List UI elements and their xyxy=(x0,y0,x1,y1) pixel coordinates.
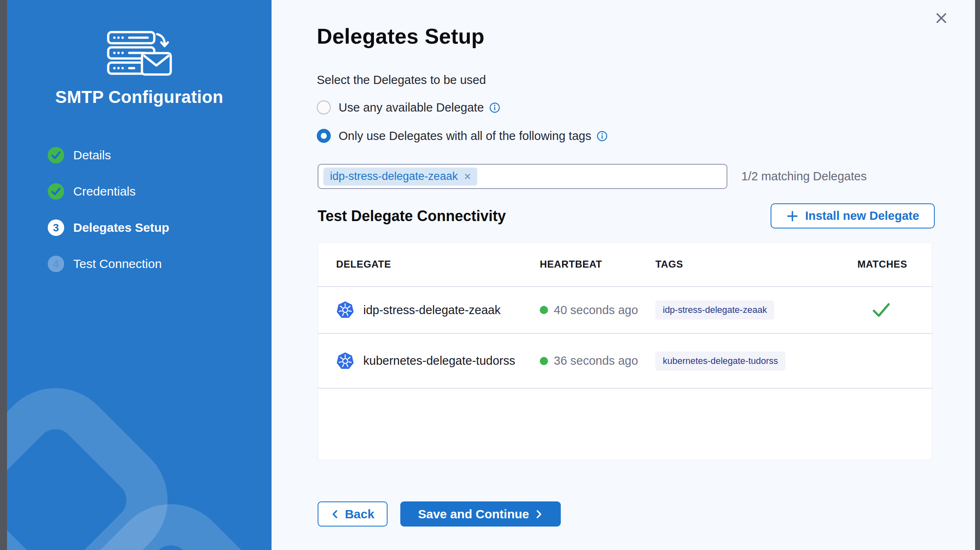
column-header-tags: TAGS xyxy=(655,259,857,270)
wizard-title: SMTP Configuration xyxy=(7,87,272,107)
step-number: 3 xyxy=(48,219,64,236)
tags-cell: idp-stress-delegate-zeaak xyxy=(655,301,857,319)
tag-remove-icon[interactable] xyxy=(464,172,471,180)
delegate-cell: kubernetes-delegate-tudorss xyxy=(336,352,540,371)
delegate-tags-input[interactable]: idp-stress-delegate-zeaak xyxy=(318,164,727,189)
step-label: Test Connection xyxy=(73,257,162,271)
step-details[interactable]: Details xyxy=(48,147,169,163)
wizard-sidebar: SMTP Configuration Details Credentials 3… xyxy=(7,0,272,550)
page-subtitle: Select the Delegates to be used xyxy=(317,73,486,87)
wizard-steps: Details Credentials 3 Delegates Setup 4 … xyxy=(48,147,169,292)
column-header-matches: MATCHES xyxy=(857,259,907,270)
smtp-servers-mail-icon xyxy=(7,31,272,77)
step-label: Credentials xyxy=(73,184,136,198)
radio-unselected[interactable] xyxy=(317,100,331,114)
step-delegates-setup[interactable]: 3 Delegates Setup xyxy=(48,219,169,236)
tag-chip-label: idp-stress-delegate-zeaak xyxy=(330,170,458,183)
kubernetes-icon xyxy=(336,301,354,319)
page-title: Delegates Setup xyxy=(317,24,485,49)
delegate-tag: kubernetes-delegate-tudorss xyxy=(655,352,785,371)
step-completed-check-icon xyxy=(48,183,64,200)
table-row[interactable]: kubernetes-delegate-tudorss 36 seconds a… xyxy=(318,334,932,389)
table-header-row: DELEGATE HEARTBEAT TAGS MATCHES xyxy=(318,242,932,287)
dimmed-background-left xyxy=(0,0,7,550)
radio-label: Use any available Delegate xyxy=(339,101,484,114)
matches-cell xyxy=(857,302,905,318)
connectivity-title: Test Delegate Connectivity xyxy=(318,207,506,225)
back-button[interactable]: Back xyxy=(318,501,388,527)
harness-logo-watermark xyxy=(7,319,272,550)
match-check-icon xyxy=(872,302,891,318)
tags-cell: kubernetes-delegate-tudorss xyxy=(655,352,857,371)
heartbeat-cell: 36 seconds ago xyxy=(540,354,655,368)
wizard-footer: Back Save and Continue xyxy=(318,501,561,527)
radio-delegates-with-tags[interactable]: Only use Delegates with all of the follo… xyxy=(317,128,608,143)
table-row[interactable]: idp-stress-delegate-zeaak 40 seconds ago… xyxy=(318,287,932,334)
delegate-name: kubernetes-delegate-tudorss xyxy=(363,354,515,368)
connectivity-section-header: Test Delegate Connectivity Install new D… xyxy=(318,203,935,228)
heartbeat-status-dot xyxy=(540,357,548,365)
column-header-delegate: DELEGATE xyxy=(336,259,540,270)
radio-selected[interactable] xyxy=(317,129,331,143)
delegate-cell: idp-stress-delegate-zeaak xyxy=(336,301,540,319)
delegate-name: idp-stress-delegate-zeaak xyxy=(363,303,501,317)
delegate-tag: idp-stress-delegate-zeaak xyxy=(655,301,774,319)
step-label: Delegates Setup xyxy=(73,221,169,235)
radio-any-delegate[interactable]: Use any available Delegate xyxy=(317,100,608,115)
delegate-tags-row: idp-stress-delegate-zeaak 1/2 matching D… xyxy=(318,164,867,189)
save-button-label: Save and Continue xyxy=(418,507,529,521)
step-completed-check-icon xyxy=(48,147,64,163)
close-icon[interactable] xyxy=(932,9,950,27)
install-new-delegate-button[interactable]: Install new Delegate xyxy=(771,203,935,228)
chevron-left-icon xyxy=(331,509,339,520)
tag-chip: idp-stress-delegate-zeaak xyxy=(323,168,477,186)
dimmed-background-right xyxy=(975,0,980,550)
column-header-heartbeat: HEARTBEAT xyxy=(540,259,655,270)
delegates-setup-panel: Delegates Setup Select the Delegates to … xyxy=(272,0,975,550)
step-number: 4 xyxy=(48,256,64,272)
delegates-table: DELEGATE HEARTBEAT TAGS MATCHES xyxy=(318,242,932,460)
chevron-right-icon xyxy=(535,509,543,520)
info-icon[interactable] xyxy=(489,102,500,113)
heartbeat-time: 40 seconds ago xyxy=(554,303,638,317)
delegate-selection-options: Use any available Delegate Only use Dele… xyxy=(317,100,608,157)
heartbeat-time: 36 seconds ago xyxy=(554,354,638,368)
back-button-label: Back xyxy=(345,507,374,521)
matching-delegates-count: 1/2 matching Delegates xyxy=(741,170,867,183)
install-button-label: Install new Delegate xyxy=(805,209,919,223)
heartbeat-status-dot xyxy=(540,306,548,314)
radio-label: Only use Delegates with all of the follo… xyxy=(339,129,591,143)
plus-icon xyxy=(786,210,799,222)
info-icon[interactable] xyxy=(597,131,608,142)
heartbeat-cell: 40 seconds ago xyxy=(540,303,655,317)
kubernetes-icon xyxy=(336,352,354,371)
step-label: Details xyxy=(73,148,111,162)
step-test-connection[interactable]: 4 Test Connection xyxy=(48,256,169,272)
save-and-continue-button[interactable]: Save and Continue xyxy=(400,501,561,527)
step-credentials[interactable]: Credentials xyxy=(48,183,169,200)
